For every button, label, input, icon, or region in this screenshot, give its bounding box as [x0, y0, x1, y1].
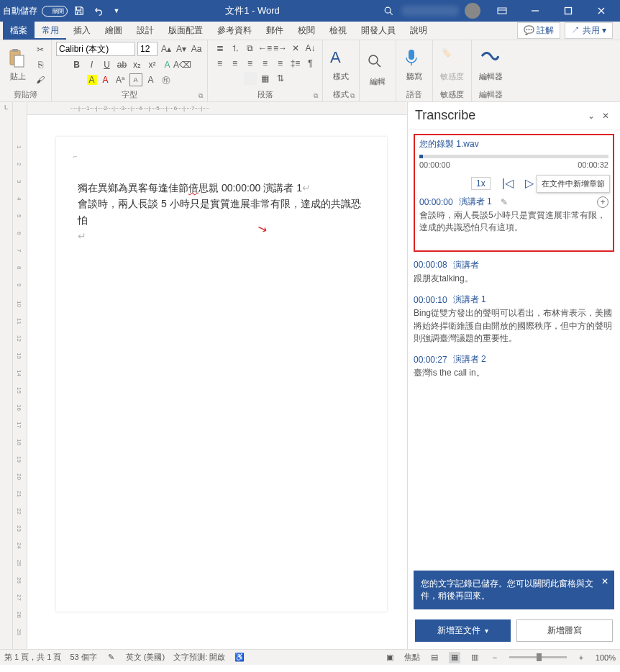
- play-icon[interactable]: ▷: [525, 176, 534, 190]
- avatar[interactable]: [465, 3, 480, 19]
- font-name-select[interactable]: [56, 42, 135, 56]
- asian-direction-icon[interactable]: ⇅: [274, 72, 287, 85]
- tab-design[interactable]: 設計: [129, 22, 161, 40]
- audio-file-name[interactable]: 您的錄製 1.wav: [419, 138, 608, 150]
- subscript-icon[interactable]: x₂: [131, 58, 144, 71]
- decrease-indent-icon[interactable]: ←≡: [259, 42, 272, 55]
- share-button[interactable]: ↗ 共用 ▾: [565, 22, 613, 39]
- numbering-icon[interactable]: ⒈: [229, 42, 242, 55]
- zoom-level[interactable]: 100%: [596, 653, 616, 662]
- font-color-icon[interactable]: A: [99, 73, 112, 86]
- underline-icon[interactable]: U: [101, 58, 114, 71]
- read-mode-icon[interactable]: ▤: [429, 652, 440, 663]
- tab-developer[interactable]: 開發人員: [354, 22, 403, 40]
- language[interactable]: 英文 (美國): [126, 652, 165, 663]
- change-case-icon[interactable]: Aa: [190, 42, 203, 55]
- phonetic-icon[interactable]: Aᵃ: [114, 73, 127, 86]
- tab-draw[interactable]: 繪圖: [98, 22, 129, 40]
- panel-close-icon[interactable]: ✕: [598, 111, 613, 121]
- segment[interactable]: 00:00:10 演講者 1 Bing從雙方發出的聲明可以看出，布林肯表示，美國…: [414, 294, 614, 345]
- grow-font-icon[interactable]: A▴: [160, 42, 173, 55]
- ribbon-options-icon[interactable]: [486, 0, 518, 22]
- add-to-document-button[interactable]: 新增至文件▾: [415, 619, 511, 642]
- tab-insert[interactable]: 插入: [66, 22, 98, 40]
- align-center-icon[interactable]: ≡: [229, 57, 242, 70]
- focus-mode-icon[interactable]: ▣: [384, 652, 396, 663]
- increase-indent-icon[interactable]: ≡→: [274, 42, 287, 55]
- spellcheck-icon[interactable]: ✎: [106, 652, 117, 663]
- new-transcription-button[interactable]: 新增謄寫: [516, 619, 614, 642]
- close-button[interactable]: [585, 0, 617, 22]
- editor-button[interactable]: 編輯器: [476, 47, 506, 83]
- tab-mailings[interactable]: 郵件: [259, 22, 291, 40]
- distributed-icon[interactable]: ≡: [274, 57, 287, 70]
- multilevel-icon[interactable]: ⧉: [244, 42, 257, 55]
- focus-label[interactable]: 焦點: [404, 652, 420, 663]
- print-layout-icon[interactable]: ▦: [449, 652, 460, 663]
- superscript-icon[interactable]: x²: [146, 58, 159, 71]
- sensitivity-button[interactable]: 🏷️敏感度: [437, 47, 467, 83]
- cut-icon[interactable]: ✂: [34, 43, 47, 56]
- shrink-font-icon[interactable]: A▾: [175, 42, 188, 55]
- prev-segment-icon[interactable]: |◁: [502, 176, 514, 190]
- text-prediction[interactable]: 文字預測: 開啟: [173, 652, 225, 663]
- segment[interactable]: 00:00:27 演講者 2 臺灣is the call in。: [414, 353, 614, 379]
- horizontal-ruler[interactable]: ·····|····1····|····2····|····3····|····…: [27, 102, 407, 115]
- tab-help[interactable]: 說明: [403, 22, 434, 40]
- highlight-icon[interactable]: A: [87, 75, 97, 85]
- banner-close-icon[interactable]: ✕: [601, 576, 608, 586]
- tab-home[interactable]: 常用: [35, 22, 66, 40]
- comment-button[interactable]: 💬 註解: [517, 22, 560, 39]
- accessibility-icon[interactable]: ♿: [234, 652, 245, 663]
- strike-icon[interactable]: ab: [116, 58, 129, 71]
- italic-icon[interactable]: I: [86, 58, 99, 71]
- panel-collapse-icon[interactable]: ⌄: [584, 111, 598, 121]
- zoom-in-icon[interactable]: +: [575, 652, 587, 663]
- add-to-doc-icon[interactable]: +: [597, 196, 608, 208]
- edit-icon[interactable]: ✎: [501, 197, 508, 207]
- undo-icon[interactable]: [91, 4, 105, 18]
- bold-icon[interactable]: B: [70, 58, 83, 71]
- audio-progress[interactable]: [419, 155, 608, 158]
- line-spacing-icon[interactable]: ‡≡: [289, 57, 302, 70]
- show-marks-icon[interactable]: ¶: [304, 57, 317, 70]
- word-count[interactable]: 53 個字: [70, 652, 96, 663]
- vertical-ruler[interactable]: 1234567891011121314151617181920212223242…: [13, 102, 27, 649]
- page-count[interactable]: 第 1 頁，共 1 頁: [4, 652, 61, 663]
- tab-stop-selector[interactable]: L: [0, 102, 13, 649]
- document-area[interactable]: ⌐ 獨在異鄉為異客每逢佳節倍思親 00:00:00 演講者 1↵ 會談時，兩人長…: [27, 115, 407, 649]
- segment[interactable]: 00:00:00 演講者 1 ✎ + 會談時，兩人長談5小時只是實質進展非常有限…: [419, 196, 608, 235]
- dictate-button[interactable]: 聽寫: [401, 47, 428, 83]
- tab-layout[interactable]: 版面配置: [161, 22, 210, 40]
- minimize-button[interactable]: [519, 0, 551, 22]
- paste-button[interactable]: 貼上: [4, 47, 32, 83]
- font-launcher-icon[interactable]: ⧉: [199, 92, 203, 100]
- autosave-toggle[interactable]: 關閉: [42, 6, 68, 17]
- qat-customize-icon[interactable]: ▼: [109, 4, 124, 18]
- web-layout-icon[interactable]: ▥: [469, 652, 480, 663]
- asian-layout-icon[interactable]: ✕: [289, 42, 302, 55]
- zoom-slider[interactable]: [509, 656, 567, 658]
- styles-button[interactable]: A樣式: [327, 47, 355, 83]
- styles-launcher-icon[interactable]: ⧉: [350, 92, 355, 100]
- char-shading-icon[interactable]: A: [145, 73, 158, 86]
- align-right-icon[interactable]: ≡: [244, 57, 257, 70]
- search-icon[interactable]: [381, 4, 396, 18]
- font-size-select[interactable]: [137, 42, 158, 56]
- justify-icon[interactable]: ≡: [259, 57, 272, 70]
- char-border-icon[interactable]: A: [129, 73, 142, 86]
- tab-references[interactable]: 參考資料: [210, 22, 259, 40]
- sort-icon[interactable]: A↓: [304, 42, 317, 55]
- editing-button[interactable]: 編輯: [364, 52, 391, 88]
- text-effects-icon[interactable]: A: [161, 58, 174, 71]
- copy-icon[interactable]: ⎘: [34, 58, 47, 71]
- bullets-icon[interactable]: ≣: [214, 42, 227, 55]
- enclose-chars-icon[interactable]: ㊞: [160, 73, 173, 86]
- borders-icon[interactable]: ▦: [259, 72, 272, 85]
- segment[interactable]: 00:00:08 演講者 跟朋友talking。: [414, 259, 614, 285]
- playback-speed[interactable]: 1x: [471, 177, 491, 190]
- clear-formatting-icon[interactable]: A⌫: [176, 58, 189, 71]
- zoom-out-icon[interactable]: −: [489, 652, 501, 663]
- document-page[interactable]: 獨在異鄉為異客每逢佳節倍思親 00:00:00 演講者 1↵ 會談時，兩人長談 …: [56, 137, 387, 612]
- tab-file[interactable]: 檔案: [3, 22, 35, 40]
